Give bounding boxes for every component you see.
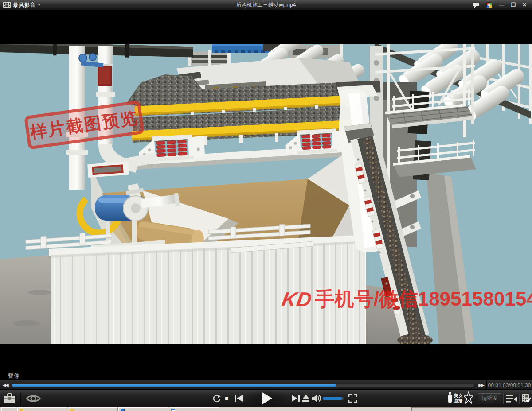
spring-mount-left — [138, 134, 205, 162]
control-bar: ■ 美女 直播 清晰度 — [0, 389, 532, 407]
screen-deck-lower — [132, 106, 359, 145]
loop-mode-icon[interactable] — [213, 395, 221, 403]
folder-icon — [20, 409, 23, 411]
fast-forward-button[interactable]: ▶▶ — [476, 383, 486, 388]
taskbar-button[interactable] — [118, 407, 168, 411]
hydrocyclone-bank-right — [375, 37, 531, 122]
media-list-check-icon[interactable] — [522, 394, 531, 403]
volume-icon[interactable] — [312, 395, 321, 402]
scaffold-far-right — [479, 44, 532, 124]
chevron-down-icon: ▾ — [38, 3, 40, 7]
contact-text: 手机号/微信18951580154 — [315, 286, 532, 312]
volume-slider[interactable] — [323, 397, 344, 400]
discharge-conveyor — [344, 123, 433, 346]
live-badge-text: 美女 直播 — [454, 393, 463, 403]
eject-button[interactable] — [302, 395, 309, 402]
spring-mount-right — [285, 128, 348, 155]
vibration-rail — [127, 144, 356, 170]
progress-row: ◀◀ ▶▶ 00:01:03/00:01:30 — [0, 380, 532, 390]
live-streaming-badge[interactable]: 美女 直播 — [447, 391, 473, 405]
slurry-curtain — [336, 81, 383, 252]
divider — [503, 393, 503, 404]
previous-button[interactable] — [235, 395, 243, 402]
playlist-icon[interactable] — [506, 395, 517, 403]
concrete-wall — [426, 173, 474, 344]
progress-fill — [12, 384, 336, 387]
time-display: 00:01:03/00:01:30 — [486, 380, 532, 390]
star-icon — [464, 391, 473, 405]
divider — [519, 393, 519, 404]
film-icon — [3, 2, 11, 8]
play-button[interactable] — [261, 392, 272, 405]
app-name: 暴风影音 — [13, 1, 36, 9]
stop-button[interactable]: ■ — [225, 395, 228, 401]
person-icon — [447, 392, 453, 405]
window-icon — [171, 409, 175, 411]
app-menu[interactable]: 暴风影音 ▾ — [0, 1, 40, 9]
contact-watermark: KD 手机号/微信18951580154 — [282, 286, 532, 312]
hydrocyclone-bank-left — [251, 32, 367, 107]
top-structures — [188, 43, 343, 66]
eye-preview-icon[interactable] — [26, 394, 41, 403]
video-frame-3d-scene — [0, 10, 532, 390]
restore-button[interactable]: ❐ — [511, 2, 516, 8]
screen-deck-upper — [135, 81, 361, 119]
taskbar-button[interactable] — [17, 407, 67, 411]
window-controls: — ❐ ✕ — [473, 2, 532, 8]
next-button[interactable] — [292, 395, 300, 402]
rewind-button[interactable]: ◀◀ — [0, 383, 11, 388]
os-taskbar — [0, 407, 532, 411]
minimize-button[interactable]: — — [499, 2, 504, 8]
taskbar-button[interactable] — [68, 407, 118, 411]
title-bar: 暴风影音 ▾ 盾构机施工三维动画.mp4 — ❐ ✕ — [0, 0, 532, 10]
fullscreen-button[interactable] — [348, 394, 357, 403]
scaffold-tower — [375, 44, 476, 186]
volume-fill — [323, 397, 342, 400]
app-icon — [121, 409, 125, 411]
playback-state-label: 暂停 — [8, 372, 20, 380]
taskbar-button[interactable] — [169, 407, 219, 411]
sand-hopper — [90, 149, 382, 292]
window-title: 盾构机施工三维动画.mp4 — [0, 1, 532, 9]
container-tanks — [26, 224, 368, 344]
quality-button[interactable]: 清晰度 — [478, 393, 501, 403]
stamp-text: 样片截图预览 — [29, 106, 140, 144]
folder-icon — [70, 409, 74, 411]
close-button[interactable]: ✕ — [522, 2, 527, 8]
toolbox-icon[interactable] — [4, 393, 16, 403]
message-icon[interactable] — [473, 2, 480, 8]
taskbar-tray[interactable] — [411, 407, 530, 411]
upper-screen-body — [127, 58, 364, 110]
skin-palette-icon[interactable] — [486, 2, 492, 8]
sample-stamp-watermark: 样片截图预览 — [24, 100, 145, 150]
progress-track[interactable] — [12, 384, 474, 387]
taskbar-button[interactable] — [1, 407, 16, 411]
kd-logo: KD — [280, 287, 313, 311]
machine-right-side — [370, 46, 431, 247]
divider — [20, 393, 21, 404]
video-viewport: 样片截图预览 KD 手机号/微信18951580154 — [0, 10, 532, 390]
